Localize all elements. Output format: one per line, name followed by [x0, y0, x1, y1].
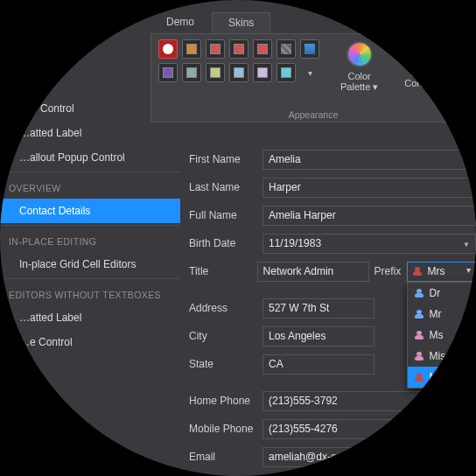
- skin-swatch-selected[interactable]: [158, 39, 178, 59]
- prefix-dropdown: Dr Mr Ms Miss Mrs: [407, 282, 476, 388]
- birth-date-field[interactable]: 11/19/1983: [262, 234, 476, 254]
- sidebar-header-inplace: IN-PLACE EDITING: [0, 228, 180, 252]
- label-last-name: Last Name: [187, 181, 262, 193]
- sidebar-header-notext: EDITORS WITHOUT TEXTBOXES: [0, 281, 180, 305]
- label-birth-date: Birth Date: [187, 237, 262, 249]
- skin-swatch[interactable]: [182, 39, 201, 59]
- label-first-name: First Name: [187, 153, 262, 165]
- address-field[interactable]: 527 W 7th St: [262, 298, 374, 318]
- prefix-option-mrs[interactable]: Mrs: [408, 367, 476, 388]
- person-icon: [413, 267, 422, 276]
- person-icon: [415, 289, 424, 298]
- label-email: Email: [187, 451, 262, 463]
- mobile-phone-field[interactable]: (213)555-4276: [262, 419, 476, 439]
- person-icon: [415, 373, 424, 382]
- state-field[interactable]: CA: [262, 354, 374, 374]
- skin-swatch[interactable]: [229, 63, 248, 82]
- full-name-field[interactable]: Amelia Harper: [262, 206, 476, 226]
- sidebar-item[interactable]: …allout Popup Control: [0, 145, 180, 170]
- prefix-option-dr[interactable]: Dr: [408, 283, 476, 304]
- gallery-expand-icon[interactable]: ▾: [300, 63, 319, 82]
- prefix-option-ms[interactable]: Ms: [408, 325, 476, 346]
- palette-icon: [346, 41, 373, 67]
- sidebar-item[interactable]: …e Control: [0, 330, 180, 354]
- title-field[interactable]: Network Admin: [257, 262, 369, 282]
- city-field[interactable]: Los Angeles: [262, 326, 374, 346]
- label-mobile-phone: Mobile Phone: [187, 423, 262, 435]
- contact-form: First Name Amelia Last Name Harper Full …: [187, 138, 476, 476]
- tab-skins[interactable]: Skins: [212, 12, 270, 34]
- color-palette-button[interactable]: Color Palette ▾: [335, 39, 383, 120]
- prefix-value: Mrs: [428, 265, 445, 277]
- sidebar-item-inplace-grid[interactable]: In-place Grid Cell Editors: [0, 252, 180, 276]
- skin-swatch[interactable]: [229, 39, 248, 59]
- sidebar-item[interactable]: …atted Label: [0, 121, 180, 145]
- label-prefix: Prefix: [369, 265, 407, 277]
- label-full-name: Full Name: [187, 209, 262, 221]
- skin-swatch[interactable]: [253, 63, 272, 82]
- email-field[interactable]: ameliah@dx-email.com: [262, 447, 476, 467]
- prefix-option-mr[interactable]: Mr: [408, 304, 476, 325]
- ribbon-tabs: Demo Skins: [150, 12, 270, 34]
- sidebar: …trol …w Control …atted Label …allout Po…: [0, 72, 180, 354]
- sidebar-header-overview: OVERVIEW: [0, 174, 180, 199]
- ribbon-group-caption: Appearance: [151, 109, 475, 120]
- label-home-phone: Home Phone: [187, 395, 262, 407]
- person-icon: [415, 352, 424, 360]
- skin-gallery[interactable]: ▾: [158, 39, 319, 120]
- skin-swatch[interactable]: [182, 63, 201, 82]
- label-address: Address: [187, 302, 262, 314]
- skin-swatch[interactable]: [300, 39, 319, 59]
- sidebar-item[interactable]: …trol: [0, 72, 180, 96]
- person-icon: [415, 310, 424, 318]
- form-corners-icon: [410, 41, 433, 64]
- color-palette-label: Color Palette ▾: [340, 71, 378, 92]
- label-city: City: [187, 330, 262, 342]
- skin-swatch[interactable]: [276, 63, 296, 82]
- person-icon: [415, 331, 424, 340]
- prefix-combo[interactable]: Mrs: [407, 262, 476, 282]
- last-name-field[interactable]: Harper: [262, 178, 476, 198]
- form-corners-label: Form Corners: [404, 67, 438, 88]
- sidebar-item-contact-details[interactable]: Contact Details: [0, 199, 180, 223]
- skin-swatch[interactable]: [206, 39, 225, 59]
- home-phone-field[interactable]: (213)555-3792: [262, 391, 476, 411]
- ribbon-appearance-group: ▾ Color Palette ▾ Form Corners Appearanc…: [150, 33, 476, 122]
- sidebar-item[interactable]: …atted Label: [0, 305, 180, 330]
- label-title: Title: [187, 265, 257, 277]
- skin-swatch[interactable]: [276, 39, 296, 59]
- skin-swatch[interactable]: [253, 39, 272, 59]
- skin-swatch[interactable]: [206, 63, 225, 82]
- form-corners-button[interactable]: Form Corners: [399, 39, 444, 120]
- label-state: State: [187, 358, 262, 370]
- prefix-option-miss[interactable]: Miss: [408, 346, 476, 367]
- tab-demo[interactable]: Demo: [150, 12, 210, 34]
- first-name-field[interactable]: Amelia: [262, 150, 476, 170]
- sidebar-item[interactable]: …w Control: [0, 96, 180, 121]
